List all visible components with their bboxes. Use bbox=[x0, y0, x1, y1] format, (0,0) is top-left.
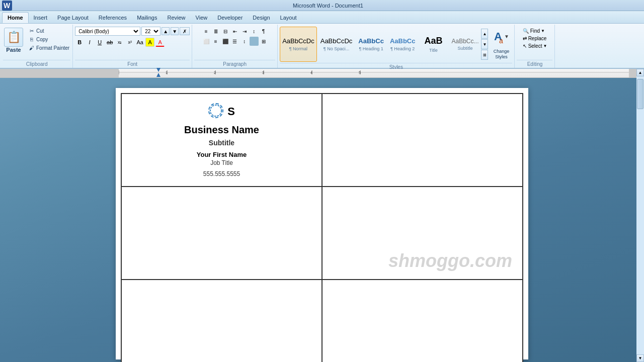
vertical-scrollbar: ▲ ▼ bbox=[636, 69, 644, 362]
style-heading2-preview: AaBbCc bbox=[390, 37, 416, 45]
card-your-name: Your First Name bbox=[197, 151, 247, 158]
copy-button[interactable]: ⎘ Copy bbox=[27, 35, 70, 43]
select-dropdown-icon: ▼ bbox=[543, 44, 547, 48]
font-shrink-button[interactable]: ▼ bbox=[171, 27, 179, 35]
italic-button[interactable]: I bbox=[85, 38, 94, 47]
styles-group: AaBbCcDc ¶ Normal AaBbCcDc ¶ No Spaci...… bbox=[278, 25, 515, 68]
increase-indent-button[interactable]: ⇥ bbox=[240, 27, 249, 36]
find-button[interactable]: 🔍 Find ▼ bbox=[521, 28, 549, 34]
title-bar: W Microsoft Word - Document1 bbox=[0, 0, 644, 11]
style-heading1[interactable]: AaBbCc ¶ Heading 1 bbox=[356, 27, 386, 62]
svg-marker-17 bbox=[156, 68, 160, 72]
font-size-select[interactable]: 22 bbox=[141, 27, 160, 36]
line-spacing-button[interactable]: ↕ bbox=[240, 37, 249, 46]
styles-scroll: ▲ ▼ ⊞ bbox=[481, 29, 488, 60]
font-grow-button[interactable]: ▲ bbox=[162, 27, 170, 35]
style-heading2[interactable]: AaBbCc ¶ Heading 2 bbox=[387, 27, 418, 62]
format-painter-icon: 🖌 bbox=[28, 44, 35, 51]
tab-design[interactable]: Design bbox=[248, 12, 275, 23]
tab-developer[interactable]: Developer bbox=[212, 12, 248, 23]
clipboard-small-buttons: ✂ Cut ⎘ Copy 🖌 Format Painter bbox=[27, 27, 70, 52]
style-title[interactable]: AaB Title bbox=[419, 27, 448, 62]
ruler-main: 1 2 3 4 5 bbox=[119, 68, 629, 79]
superscript-button[interactable]: x² bbox=[125, 38, 134, 47]
styles-expand[interactable]: ⊞ bbox=[481, 50, 488, 60]
change-styles-button[interactable]: A a ▼ ChangeStyles bbox=[490, 28, 512, 61]
subscript-button[interactable]: x₂ bbox=[115, 38, 124, 47]
sort-button[interactable]: ↕ bbox=[250, 27, 259, 36]
tab-references[interactable]: References bbox=[94, 12, 132, 23]
copy-icon: ⎘ bbox=[28, 36, 35, 43]
font-label: Font bbox=[75, 60, 190, 67]
scroll-down-button[interactable]: ▼ bbox=[636, 354, 644, 362]
tab-insert[interactable]: Insert bbox=[29, 12, 53, 23]
underline-button[interactable]: U bbox=[95, 38, 104, 47]
tab-home[interactable]: Home bbox=[2, 12, 29, 23]
styles-scroll-up[interactable]: ▲ bbox=[481, 29, 488, 39]
cut-button[interactable]: ✂ Cut bbox=[27, 27, 70, 35]
tab-page-layout[interactable]: Page Layout bbox=[52, 12, 94, 23]
editing-label: Editing bbox=[517, 60, 552, 67]
clipboard-label: Clipboard bbox=[3, 60, 70, 67]
justify-button[interactable]: ☰ bbox=[230, 37, 239, 46]
select-button[interactable]: ↖ Select ▼ bbox=[521, 43, 549, 49]
strikethrough-button[interactable]: ab bbox=[105, 38, 114, 47]
change-styles-icon: A a ▼ bbox=[493, 29, 509, 49]
font-color-button[interactable]: A bbox=[155, 38, 165, 47]
clear-format-button[interactable]: ✗ bbox=[180, 27, 190, 35]
clipboard-group: 📋 Paste ✂ Cut ⎘ Copy 🖌 Format Painter Cl… bbox=[1, 25, 73, 68]
change-styles-label: ChangeStyles bbox=[494, 49, 510, 60]
style-subtitle-preview: AaBbCc... bbox=[451, 38, 478, 45]
watermark: shmoggo.com bbox=[388, 250, 512, 272]
tab-view[interactable]: View bbox=[191, 12, 213, 23]
multilevel-list-button[interactable]: ⊟ bbox=[221, 27, 230, 36]
svg-text:4: 4 bbox=[310, 71, 312, 74]
styles-scroll-down[interactable]: ▼ bbox=[481, 39, 488, 49]
scroll-thumb[interactable] bbox=[637, 79, 643, 109]
tab-review[interactable]: Review bbox=[162, 12, 190, 23]
format-painter-button[interactable]: 🖌 Format Painter bbox=[27, 44, 70, 52]
ribbon: 📋 Paste ✂ Cut ⎘ Copy 🖌 Format Painter Cl… bbox=[0, 24, 644, 69]
bold-button[interactable]: B bbox=[75, 38, 84, 47]
numbered-list-button[interactable]: ≣ bbox=[211, 27, 220, 36]
para-align-row: ⬜ ≡ ⬛ ☰ ↕ ⊞ bbox=[202, 37, 268, 46]
select-icon: ↖ bbox=[523, 43, 527, 49]
paste-button[interactable]: 📋 Paste bbox=[3, 27, 24, 54]
shading-button[interactable] bbox=[250, 37, 259, 46]
ruler: 1 2 3 4 5 bbox=[0, 69, 644, 78]
replace-button[interactable]: ⇄ Replace bbox=[521, 35, 549, 42]
style-no-spacing-preview: AaBbCcDc bbox=[320, 37, 353, 45]
page: S Business Name Subtitle Your First Name… bbox=[116, 88, 528, 359]
align-center-button[interactable]: ≡ bbox=[211, 37, 220, 46]
highlight-button[interactable]: A bbox=[145, 38, 154, 47]
borders-button[interactable]: ⊞ bbox=[259, 37, 268, 46]
paste-icon: 📋 bbox=[4, 28, 23, 47]
style-subtitle[interactable]: AaBbCc... Subtitle bbox=[449, 27, 481, 62]
decrease-indent-button[interactable]: ⇤ bbox=[230, 27, 239, 36]
styles-gallery: AaBbCcDc ¶ Normal AaBbCcDc ¶ No Spaci...… bbox=[280, 27, 481, 62]
paragraph-group: ≡ ≣ ⊟ ⇤ ⇥ ↕ ¶ ⬜ ≡ ⬛ ☰ ↕ ⊞ Paragraph bbox=[192, 25, 278, 68]
font-family-select[interactable]: Calibri (Body) bbox=[75, 27, 140, 36]
card-cell-top-left[interactable]: S Business Name Subtitle Your First Name… bbox=[121, 94, 322, 187]
font-format-row: B I U ab x₂ x² Aa A A bbox=[75, 38, 190, 47]
show-marks-button[interactable]: ¶ bbox=[259, 27, 268, 36]
scroll-up-button[interactable]: ▲ bbox=[636, 69, 644, 76]
style-normal-preview: AaBbCcDc bbox=[282, 37, 314, 45]
card-job-title: Job Title bbox=[210, 159, 233, 166]
svg-marker-18 bbox=[156, 73, 160, 77]
tab-mailings[interactable]: Mailings bbox=[132, 12, 162, 23]
align-right-button[interactable]: ⬛ bbox=[221, 37, 230, 46]
align-left-button[interactable]: ⬜ bbox=[202, 37, 211, 46]
text-case-button[interactable]: Aa bbox=[135, 38, 144, 47]
card-cell-mid-right: shmoggo.com bbox=[322, 187, 523, 280]
tab-layout[interactable]: Layout bbox=[275, 12, 302, 23]
style-normal[interactable]: AaBbCcDc ¶ Normal bbox=[280, 27, 317, 62]
style-no-spacing[interactable]: AaBbCcDc ¶ No Spaci... bbox=[318, 27, 355, 62]
scroll-track bbox=[636, 76, 644, 354]
card-cell-top-right bbox=[322, 94, 523, 187]
card-cell-mid-left bbox=[121, 187, 322, 280]
svg-text:W: W bbox=[4, 2, 11, 10]
style-heading1-label: ¶ Heading 1 bbox=[359, 46, 383, 51]
find-icon: 🔍 bbox=[523, 28, 529, 34]
bullet-list-button[interactable]: ≡ bbox=[202, 27, 211, 36]
